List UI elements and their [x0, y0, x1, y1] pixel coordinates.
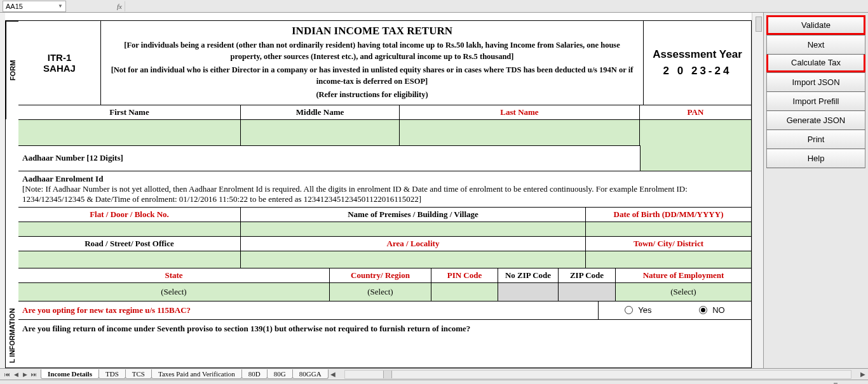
name-box-value: AA15: [6, 3, 23, 10]
info-side-label: L INFORMATION: [5, 304, 18, 367]
tab-last-icon[interactable]: ⏭: [29, 371, 38, 378]
flat-label: Flat / Door / Block No.: [18, 208, 241, 222]
validate-button[interactable]: Validate: [766, 15, 865, 35]
zip-input[interactable]: [559, 283, 616, 301]
last-name-label: Last Name: [400, 105, 640, 119]
formula-bar[interactable]: [125, 1, 125, 11]
addr1-labels: Flat / Door / Block No. Name of Premises…: [18, 208, 751, 222]
status-text: Ready: [5, 382, 23, 385]
flat-input[interactable]: [18, 222, 241, 236]
country-label: Country/ Region: [330, 268, 431, 282]
q2-row: Are you filing return of income under Se…: [18, 320, 751, 338]
hscroll-left-icon[interactable]: ◀: [330, 371, 336, 378]
nature-label: Nature of Employment: [616, 268, 751, 282]
scroll-thumb[interactable]: [756, 17, 762, 32]
pan-input[interactable]: [640, 120, 751, 145]
country-select[interactable]: (Select): [330, 283, 431, 301]
sheet-tabs-bar: ⏮ ◀ ▶ ⏭ Income Details TDS TCS Taxes Pai…: [0, 368, 868, 380]
tab-80d[interactable]: 80D: [241, 369, 268, 379]
nature-select[interactable]: (Select): [616, 283, 751, 301]
q2-text: Are you filing return of income under Se…: [18, 320, 751, 338]
tab-prev-icon[interactable]: ◀: [11, 371, 20, 378]
addr2-inputs: [18, 251, 751, 268]
tab-tcs[interactable]: TCS: [125, 369, 152, 379]
print-button[interactable]: Print: [766, 130, 865, 149]
tab-tds[interactable]: TDS: [98, 369, 126, 379]
sel-inputs: (Select) (Select) (Select): [18, 283, 751, 301]
nozip-label: No ZIP Code: [498, 268, 559, 282]
enrolment-label: Aadhaar Enrolment Id: [22, 174, 747, 184]
calculate-tax-button[interactable]: Calculate Tax: [766, 55, 865, 72]
name-box-dropdown-icon[interactable]: ▼: [58, 3, 63, 9]
tab-next-icon[interactable]: ▶: [20, 371, 29, 378]
hscroll-thumb[interactable]: [383, 371, 392, 378]
premises-label: Name of Premises / Building / Village: [241, 208, 586, 222]
zoom-in-icon[interactable]: +: [859, 382, 863, 385]
zoom-value: 100%: [785, 382, 802, 385]
q1-no[interactable]: NO: [699, 305, 725, 315]
addr2-labels: Road / Street/ Post Office Area / Locali…: [18, 237, 751, 251]
town-label: Town/ City/ District: [586, 237, 751, 251]
action-panel: Validate Next Calculate Tax Import JSON …: [763, 13, 868, 368]
zoom-out-icon[interactable]: −: [807, 382, 811, 385]
fx-label: fx: [117, 3, 122, 10]
ay-year: 2 0 23-24: [663, 65, 732, 77]
last-name-input[interactable]: [400, 120, 640, 145]
horizontal-scrollbar[interactable]: ◀ ▶: [328, 370, 868, 379]
middle-name-input[interactable]: [241, 120, 400, 145]
nozip-input[interactable]: [498, 283, 559, 301]
q1-options: Yes NO: [598, 301, 751, 319]
form-body: ITR-1 SAHAJ INDIAN INCOME TAX RETURN [Fo…: [18, 21, 751, 367]
radio-icon: [625, 306, 633, 314]
name-box[interactable]: AA15 ▼: [3, 1, 66, 12]
tab-80g[interactable]: 80G: [267, 369, 293, 379]
addr1-inputs: [18, 222, 751, 237]
town-input[interactable]: [586, 251, 751, 268]
dob-label: Date of Birth (DD/MM/YYYY): [586, 208, 751, 222]
vertical-scrollbar[interactable]: [752, 13, 763, 368]
hscroll-right-icon[interactable]: ▶: [860, 371, 865, 378]
tab-taxes-paid[interactable]: Taxes Paid and Verification: [151, 369, 242, 379]
sel-labels: State Country/ Region PIN Code No ZIP Co…: [18, 268, 751, 283]
import-json-button[interactable]: Import JSON: [766, 72, 865, 92]
enrolment-note: [Note: If Aadhaar Number is not yet allo…: [22, 184, 747, 204]
form-title: INDIAN INCOME TAX RETURN: [107, 25, 637, 37]
import-prefill-button[interactable]: Import Prefill: [766, 92, 865, 111]
road-input[interactable]: [18, 251, 241, 268]
premises-input[interactable]: [241, 222, 586, 236]
workspace: FORM ITR-1 SAHAJ INDIAN INCOME TAX RETUR…: [0, 13, 868, 368]
aadhaar-input[interactable]: [640, 145, 751, 171]
tab-80gga[interactable]: 80GGA: [292, 369, 329, 379]
form-subtitle1: [For individuals being a resident (other…: [107, 40, 637, 62]
middle-name-label: Middle Name: [241, 105, 400, 119]
aadhaar-label: Aadhaar Number [12 Digits]: [22, 153, 640, 163]
zip-label: ZIP Code: [559, 268, 616, 282]
name-headers: First Name Middle Name Last Name PAN: [18, 105, 751, 120]
first-name-input[interactable]: [18, 120, 241, 145]
state-label: State: [18, 268, 330, 282]
dob-input[interactable]: [586, 222, 751, 236]
area-input[interactable]: [241, 251, 586, 268]
form-subtitle3: (Refer instructions for eligibility): [107, 89, 637, 101]
tab-first-icon[interactable]: ⏮: [3, 371, 11, 378]
q1-text: Are you opting for new tax regime u/s 11…: [18, 301, 598, 319]
hscroll-track[interactable]: [344, 370, 851, 379]
aadhaar-row: Aadhaar Number [12 Digits]: [18, 146, 751, 171]
state-select[interactable]: (Select): [18, 283, 330, 301]
help-button[interactable]: Help: [766, 149, 865, 168]
form-container: FORM ITR-1 SAHAJ INDIAN INCOME TAX RETUR…: [5, 20, 752, 368]
itr-line2: SAHAJ: [43, 63, 76, 74]
pin-input[interactable]: [431, 283, 498, 301]
q1-yes[interactable]: Yes: [625, 305, 651, 315]
tab-income-details[interactable]: Income Details: [41, 369, 99, 379]
next-button[interactable]: Next: [766, 35, 865, 55]
generate-json-button[interactable]: Generate JSON: [766, 111, 865, 130]
radio-selected-icon: [699, 306, 707, 314]
enrolment-row: Aadhaar Enrolment Id [Note: If Aadhaar N…: [18, 171, 751, 208]
q1-row: Are you opting for new tax regime u/s 11…: [18, 301, 751, 320]
tab-nav: ⏮ ◀ ▶ ⏭: [0, 371, 41, 378]
form-subtitle2: [Not for an individual who is either Dir…: [107, 65, 637, 87]
main-area: FORM ITR-1 SAHAJ INDIAN INCOME TAX RETUR…: [5, 13, 752, 368]
assessment-year-cell: Assessment Year 2 0 23-24: [643, 21, 751, 105]
formula-bar-row: AA15 ▼ fx: [0, 0, 868, 13]
